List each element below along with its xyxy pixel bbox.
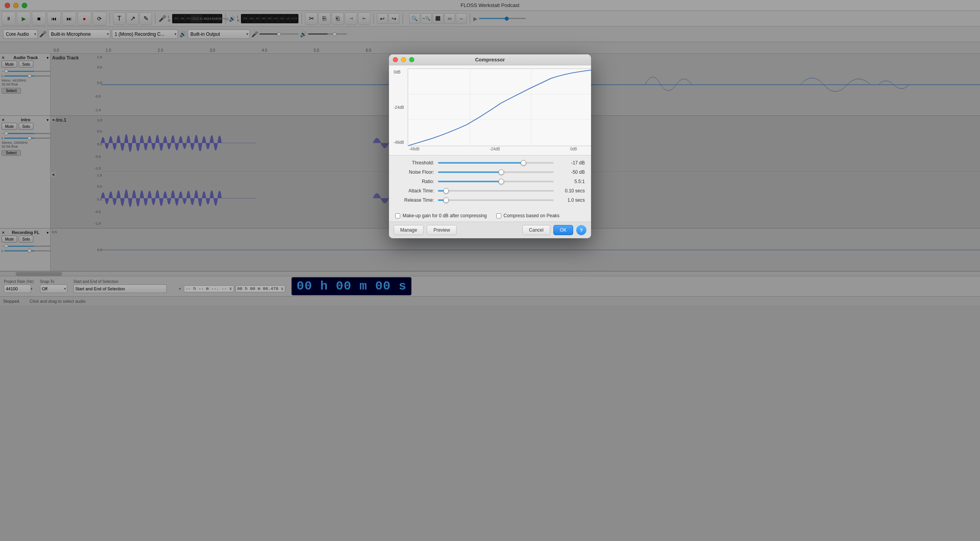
noise-floor-row: Noise Floor: -50 dB (395, 169, 585, 175)
release-time-label: Release Time: (395, 197, 438, 203)
compressor-curve-svg (408, 69, 591, 146)
help-button[interactable]: ? (576, 225, 586, 235)
y-axis-labels: 0dB -24dB -48dB (394, 68, 404, 146)
manage-button[interactable]: Manage (394, 225, 424, 235)
threshold-slider[interactable] (438, 162, 554, 164)
dialog-title: Compressor (475, 57, 505, 63)
dialog-titlebar: Compressor (389, 54, 591, 65)
noise-floor-label: Noise Floor: (395, 169, 438, 175)
cancel-button[interactable]: Cancel (522, 225, 550, 235)
dialog-minimize-button[interactable] (401, 57, 406, 62)
attack-time-label: Attack Time: (395, 188, 438, 194)
x-label-0db: 0dB (570, 147, 577, 151)
y-label-0db: 0dB (394, 70, 404, 74)
compressor-controls: Threshold: -17 dB Noise Floor: -50 dB Ra… (389, 155, 591, 211)
dialog-window-controls[interactable] (393, 57, 414, 62)
dialog-close-button[interactable] (393, 57, 398, 62)
attack-time-slider[interactable] (438, 190, 554, 192)
threshold-label: Threshold: (395, 160, 438, 166)
dialog-buttons: Manage Preview Cancel OK ? (389, 222, 591, 238)
ratio-slider[interactable] (438, 181, 554, 182)
attack-time-value: 0.10 secs (554, 188, 585, 194)
x-label-24db: -24dB (490, 147, 500, 151)
checkbox-row: Make-up gain for 0 dB after compressing … (389, 211, 591, 222)
x-axis-labels: -48dB -24dB 0dB (408, 146, 579, 152)
ratio-row: Ratio: 5.5:1 (395, 179, 585, 184)
noise-floor-slider[interactable] (438, 171, 554, 173)
compressor-graph-area: 0dB -24dB -48dB (389, 65, 591, 155)
threshold-row: Threshold: -17 dB (395, 160, 585, 166)
dialog-maximize-button[interactable] (409, 57, 414, 62)
compress-peaks-checkbox-label[interactable]: Compress based on Peaks (496, 213, 560, 218)
makeup-gain-checkbox-label[interactable]: Make-up gain for 0 dB after compressing (395, 213, 487, 218)
y-label-24db: -24dB (394, 105, 404, 110)
compressor-dialog: Compressor 0dB -24dB -48dB (389, 54, 591, 238)
preview-button[interactable]: Preview (427, 225, 457, 235)
release-time-value: 1.0 secs (554, 197, 585, 203)
makeup-gain-label: Make-up gain for 0 dB after compressing (403, 213, 487, 218)
x-label-48db: -48dB (409, 147, 420, 151)
compress-peaks-checkbox[interactable] (496, 213, 501, 218)
svg-rect-3 (408, 69, 591, 146)
ratio-value: 5.5:1 (554, 179, 585, 184)
compress-peaks-label: Compress based on Peaks (504, 213, 560, 218)
makeup-gain-checkbox[interactable] (395, 213, 400, 218)
ok-button[interactable]: OK (553, 225, 573, 235)
release-time-row: Release Time: 1.0 secs (395, 197, 585, 203)
compressor-graph-container: 0dB -24dB -48dB (394, 68, 586, 152)
release-time-slider[interactable] (438, 199, 554, 201)
noise-floor-value: -50 dB (554, 169, 585, 175)
y-label-48db: -48dB (394, 140, 404, 145)
threshold-value: -17 dB (554, 160, 585, 166)
compressor-graph (408, 68, 591, 146)
ratio-label: Ratio: (395, 179, 438, 184)
attack-time-row: Attack Time: 0.10 secs (395, 188, 585, 194)
